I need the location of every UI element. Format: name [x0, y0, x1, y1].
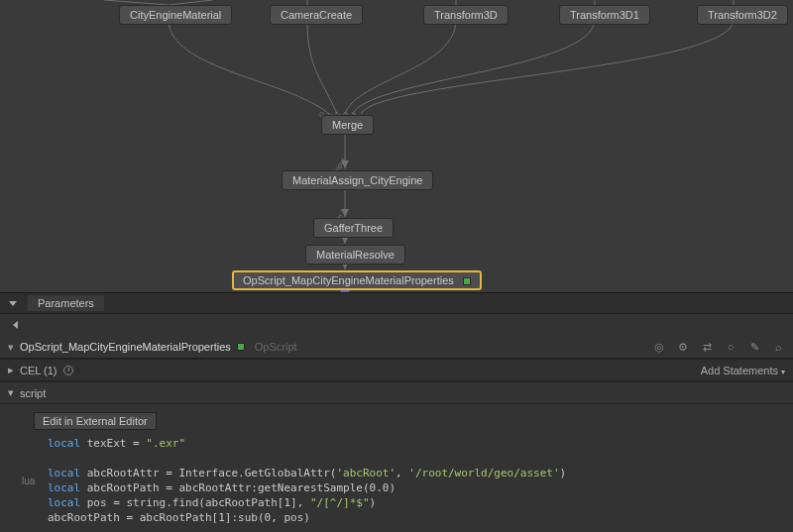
back-icon[interactable] — [8, 318, 22, 332]
clock-icon — [63, 366, 73, 375]
chevron-down-icon: ▾ — [8, 386, 14, 399]
node-gafferthree[interactable]: GafferThree — [313, 218, 394, 238]
chevron-right-icon: ▸ — [8, 364, 14, 376]
script-label: script — [20, 387, 46, 399]
parameters-panel: ▾ OpScript_MapCityEngineMaterialProperti… — [0, 314, 793, 532]
disclose-icon[interactable]: ▾ — [8, 341, 14, 354]
node-materialresolve[interactable]: MaterialResolve — [305, 245, 405, 265]
param-node-type: OpScript — [255, 341, 297, 353]
script-section-header[interactable]: ▾ script — [0, 381, 793, 404]
gear-icon[interactable]: ⚙ — [676, 340, 690, 354]
parameters-tab-bar: Parameters — [0, 292, 793, 314]
node-transform3d1[interactable]: Transform3D1 — [559, 5, 650, 25]
node-cameracreate[interactable]: CameraCreate — [270, 5, 363, 25]
panel-menu-icon[interactable] — [6, 296, 20, 310]
add-statements-button[interactable]: Add Statements▾ — [701, 365, 785, 376]
node-view-badge-icon — [237, 343, 245, 351]
node-transform3d[interactable]: Transform3D — [423, 5, 509, 25]
node-opscript-label: OpScript_MapCityEngineMaterialProperties — [243, 274, 454, 286]
tab-parameters[interactable]: Parameters — [28, 295, 104, 311]
node-materialassign-cityengine[interactable]: MaterialAssign_CityEngine — [282, 170, 433, 190]
link-icon[interactable]: ⇄ — [700, 340, 714, 354]
edit-external-button[interactable]: Edit in External Editor — [34, 412, 157, 430]
param-node-name[interactable]: OpScript_MapCityEngineMaterialProperties — [20, 341, 231, 353]
node-transform3d2[interactable]: Transform3D2 — [697, 5, 788, 25]
help-icon[interactable]: ○ — [724, 340, 737, 354]
node-cityenginematerial[interactable]: CityEngineMaterial — [119, 5, 232, 25]
node-graph[interactable]: CityEngineMaterial CameraCreate Transfor… — [0, 0, 793, 292]
node-title-row: ▾ OpScript_MapCityEngineMaterialProperti… — [0, 336, 793, 359]
node-view-badge-icon — [463, 277, 471, 285]
node-opscript-mapcityenginematerialproperties[interactable]: OpScript_MapCityEngineMaterialProperties — [232, 270, 482, 290]
node-merge[interactable]: Merge — [321, 115, 374, 135]
svg-marker-4 — [341, 290, 349, 292]
script-code[interactable]: local texExt = ".exr" local abcRootAttr … — [48, 436, 573, 532]
cel-label: CEL (1) — [20, 365, 57, 376]
language-label: lua — [22, 436, 44, 532]
cel-section[interactable]: ▸ CEL (1) Add Statements▾ — [0, 359, 793, 381]
script-body: Edit in External Editor lua local texExt… — [0, 404, 793, 532]
wrench-icon[interactable]: ✎ — [747, 340, 761, 354]
target-icon[interactable]: ◎ — [652, 340, 666, 354]
search-icon[interactable]: ⌕ — [771, 340, 785, 354]
